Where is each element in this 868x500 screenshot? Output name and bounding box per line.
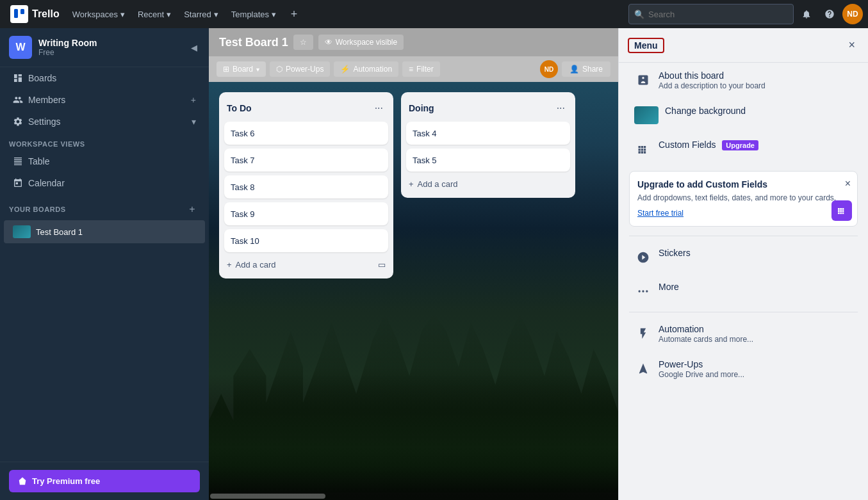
board-view-button[interactable]: ⊞ Board ▾ — [217, 61, 266, 77]
starred-menu[interactable]: Starred ▾ — [179, 6, 224, 23]
sidebar-item-calendar[interactable]: Calendar — [4, 173, 205, 193]
sidebar-bottom: Try Premium free — [0, 462, 209, 500]
menu-item-more[interactable]: More — [624, 275, 863, 307]
custom-fields-icon — [634, 140, 652, 158]
list-more-button-doing[interactable]: ··· — [554, 100, 568, 117]
premium-icon — [18, 477, 27, 486]
board-area: Test Board 1 ☆ 👁 Workspace visible ⊞ Boa… — [209, 28, 618, 500]
powerup-icon: ⬡ — [276, 65, 283, 74]
share-button[interactable]: 👤 Share — [562, 61, 610, 77]
filter-button[interactable]: ≡ Filter — [402, 61, 440, 77]
about-board-content: About this board Add a description to yo… — [659, 70, 853, 90]
list-header-doing: Doing ··· — [406, 97, 570, 122]
sidebar-item-boards[interactable]: Boards — [4, 68, 205, 88]
sidebar-item-settings[interactable]: Settings ▾ — [4, 111, 205, 132]
search-input[interactable] — [648, 10, 788, 19]
automation-button[interactable]: ⚡ Automation — [334, 61, 398, 77]
change-bg-content: Change background — [665, 106, 853, 116]
automation-menu-icon — [634, 325, 652, 343]
card-task9[interactable]: Task 9 — [224, 202, 388, 225]
add-card-button-todo[interactable]: + Add a card ▭ — [224, 256, 388, 273]
menu-divider-2 — [629, 312, 858, 312]
custom-fields-content: Custom Fields Upgrade — [659, 140, 853, 150]
powerups-menu-icon — [634, 360, 652, 378]
stickers-icon — [634, 248, 652, 266]
svg-point-3 — [642, 290, 644, 292]
help-icon[interactable] — [819, 4, 840, 24]
start-free-trial-link[interactable]: Start free trial — [637, 209, 684, 218]
add-card-icon-doing: + — [409, 179, 414, 189]
templates-menu[interactable]: Templates ▾ — [226, 6, 281, 23]
menu-item-change-background[interactable]: Change background — [624, 99, 863, 131]
menu-item-stickers[interactable]: Stickers — [624, 241, 863, 273]
recent-chevron-icon: ▾ — [167, 10, 171, 19]
add-card-button-doing[interactable]: + Add a card — [406, 175, 570, 193]
list-todo: To Do ··· Task 6 Task 7 Task 8 Task 9 — [219, 92, 393, 278]
menu-item-automation[interactable]: Automation Automate cards and more... — [624, 318, 863, 350]
members-icon — [13, 95, 23, 105]
star-board-button[interactable]: ☆ — [293, 35, 313, 50]
try-premium-button[interactable]: Try Premium free — [9, 470, 200, 492]
scroll-thumb[interactable] — [210, 494, 325, 499]
workspace-views-header: Workspace views — [0, 133, 209, 150]
svg-rect-1 — [20, 9, 24, 14]
recent-menu[interactable]: Recent ▾ — [133, 6, 176, 23]
menu-header: Menu × — [619, 28, 868, 63]
workspace-visible-button[interactable]: 👁 Workspace visible — [318, 35, 404, 50]
notifications-icon[interactable] — [796, 4, 817, 24]
lists-container: To Do ··· Task 6 Task 7 Task 8 Task 9 — [209, 82, 618, 289]
template-card-icon: ▭ — [378, 260, 386, 270]
search-icon: 🔍 — [634, 10, 644, 19]
settings-icon — [13, 117, 23, 127]
table-icon — [13, 156, 23, 166]
your-boards-header: Your boards + — [0, 194, 209, 220]
menu-panel: Menu × About this board Add a descriptio… — [618, 28, 868, 500]
svg-rect-0 — [14, 9, 18, 18]
sidebar-item-table[interactable]: Table — [4, 151, 205, 172]
card-task8[interactable]: Task 8 — [224, 175, 388, 198]
user-avatar[interactable]: ND — [842, 4, 863, 24]
workspaces-menu[interactable]: Workspaces ▾ — [67, 6, 130, 23]
about-board-icon — [634, 71, 652, 89]
powerups-content: Power-Ups Google Drive and more... — [659, 359, 853, 379]
menu-item-powerups[interactable]: Power-Ups Google Drive and more... — [624, 353, 863, 385]
list-more-button-todo[interactable]: ··· — [372, 100, 386, 117]
settings-chevron-icon: ▾ — [192, 117, 196, 127]
power-ups-button[interactable]: ⬡ Power-Ups — [270, 61, 330, 77]
filter-icon: ≡ — [409, 65, 413, 74]
card-task10[interactable]: Task 10 — [224, 229, 388, 252]
templates-chevron-icon: ▾ — [272, 10, 276, 19]
list-doing: Doing ··· Task 4 Task 5 + Add a card — [401, 92, 575, 198]
card-task6[interactable]: Task 6 — [224, 122, 388, 145]
board-user-avatar[interactable]: ND — [540, 60, 558, 78]
list-header-todo: To Do ··· — [224, 97, 388, 122]
add-member-button[interactable]: + — [191, 95, 196, 105]
upgrade-card-title: Upgrade to add Custom Fields — [637, 179, 849, 190]
menu-item-custom-fields[interactable]: Custom Fields Upgrade — [624, 133, 863, 165]
create-board-button[interactable]: + — [284, 4, 304, 24]
svg-point-4 — [646, 290, 648, 292]
add-board-button[interactable]: + — [184, 202, 200, 217]
svg-point-2 — [639, 290, 641, 292]
trello-brand[interactable]: Trello — [5, 5, 65, 23]
sidebar-collapse-button[interactable]: ◀ — [188, 40, 200, 55]
menu-item-about[interactable]: About this board Add a description to yo… — [624, 64, 863, 97]
card-task7[interactable]: Task 7 — [224, 149, 388, 172]
upgrade-card: × Upgrade to add Custom Fields Add dropd… — [629, 171, 858, 227]
boards-icon — [13, 73, 23, 83]
card-task4[interactable]: Task 4 — [406, 122, 570, 145]
board-subheader: ⊞ Board ▾ ⬡ Power-Ups ⚡ Automation ≡ Fil… — [209, 56, 618, 82]
sidebar-board-test-board-1[interactable]: Test Board 1 — [4, 220, 205, 243]
board-scrollbar[interactable] — [209, 492, 618, 500]
board-title[interactable]: Test Board 1 — [219, 36, 288, 49]
card-task5[interactable]: Task 5 — [406, 149, 570, 172]
upgrade-card-close-button[interactable]: × — [844, 177, 852, 191]
top-navigation: Trello Workspaces ▾ Recent ▾ Starred ▾ T… — [0, 0, 868, 28]
menu-close-button[interactable]: × — [846, 36, 858, 54]
workspace-header: W Writing Room Free ◀ — [0, 28, 209, 67]
search-box[interactable]: 🔍 — [628, 4, 794, 24]
workspace-icon: W — [9, 36, 32, 59]
board-view-icon: ⊞ — [223, 65, 229, 74]
sidebar-item-members[interactable]: Members + — [4, 90, 205, 110]
share-icon: 👤 — [569, 65, 579, 74]
